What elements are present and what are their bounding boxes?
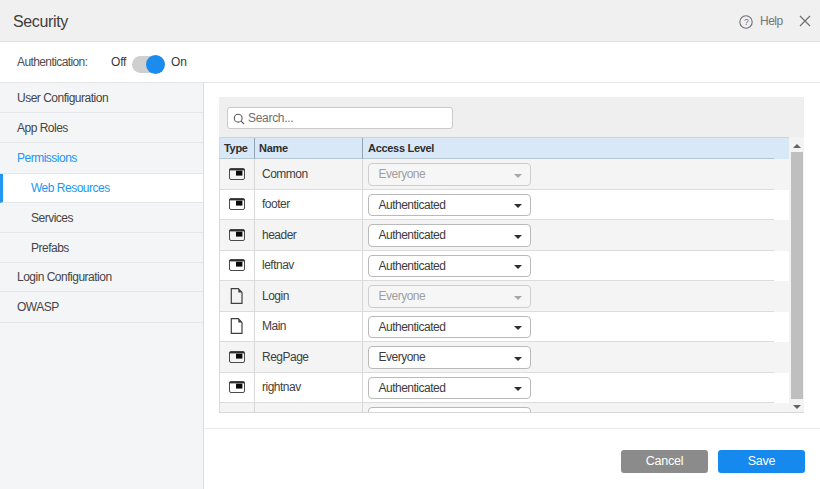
svg-text:?: ? <box>744 17 749 27</box>
